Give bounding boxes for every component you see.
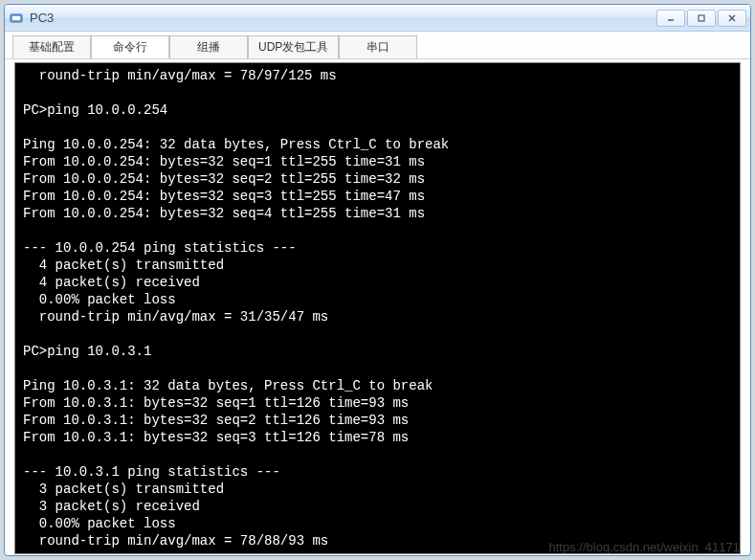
app-icon: [9, 11, 24, 26]
tab-basic-config[interactable]: 基础配置: [12, 35, 91, 58]
svg-rect-3: [699, 15, 704, 21]
tab-multicast[interactable]: 组播: [169, 35, 248, 58]
titlebar: PC3: [5, 5, 750, 32]
close-button[interactable]: [718, 10, 746, 27]
tab-command-line[interactable]: 命令行: [91, 35, 169, 58]
terminal-output[interactable]: round-trip min/avg/max = 78/97/125 ms PC…: [14, 62, 741, 554]
app-window: PC3 基础配置 命令行 组播 UDP发包工具 串口 round-trip mi…: [4, 4, 751, 556]
minimize-button[interactable]: [656, 10, 685, 27]
tab-serial[interactable]: 串口: [339, 35, 417, 58]
tab-bar: 基础配置 命令行 组播 UDP发包工具 串口: [5, 32, 750, 59]
tab-udp-tool[interactable]: UDP发包工具: [248, 35, 339, 58]
window-controls: [656, 10, 746, 27]
maximize-button[interactable]: [687, 10, 716, 27]
window-title: PC3: [30, 11, 54, 25]
svg-rect-1: [12, 16, 20, 20]
